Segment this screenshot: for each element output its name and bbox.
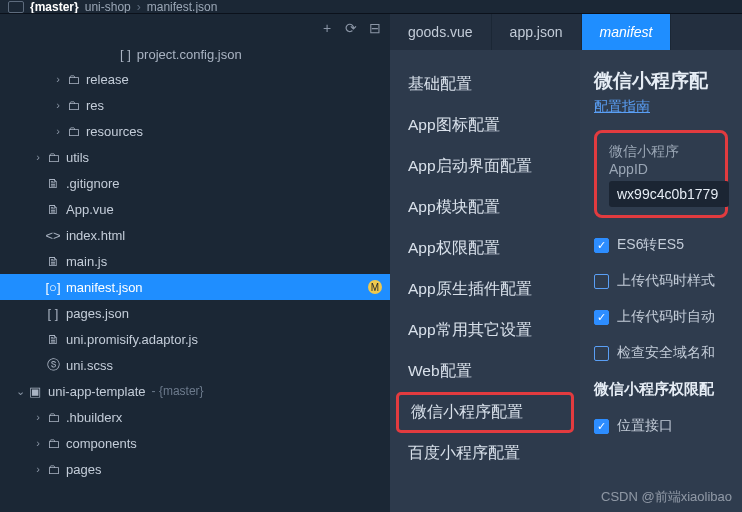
option-es6-to-es5[interactable]: ES6转ES5 [594,236,728,254]
file-tree: ›release ›res ›resources ›utils .gitigno… [0,66,390,512]
config-panel: 微信小程序配 配置指南 微信小程序AppID wx99c4c0b1779 ES6… [580,50,742,512]
file-pages-json[interactable]: [ ]pages.json [0,300,390,326]
file-icon [44,254,62,269]
file-icon [44,332,62,347]
chevron-right-icon: › [52,73,64,85]
checkbox-checked-icon[interactable] [594,310,609,325]
editor-pane: goods.vue app.json manifest 基础配置 App图标配置… [390,14,742,512]
scss-icon: ⓢ [44,356,62,374]
folder-components[interactable]: ›components [0,430,390,456]
file-explorer: + ⟳ ⊟ [ ] project.config.json ›release ›… [0,14,390,512]
chevron-down-icon: ⌄ [14,385,26,398]
checkbox-icon[interactable] [594,346,609,361]
folder-release[interactable]: ›release [0,66,390,92]
nav-weixin-miniprogram[interactable]: 微信小程序配置 [396,392,574,433]
checkbox-icon[interactable] [594,274,609,289]
project-icon: ▣ [26,384,44,399]
nav-app-module[interactable]: App模块配置 [390,187,580,228]
appid-highlight-box: 微信小程序AppID wx99c4c0b1779 [594,130,728,218]
appid-label: 微信小程序AppID [609,143,713,177]
config-side-nav: 基础配置 App图标配置 App启动界面配置 App模块配置 App权限配置 A… [390,50,580,512]
checkbox-checked-icon[interactable] [594,419,609,434]
folder-icon [44,436,62,451]
explorer-breadcrumb[interactable]: [ ] project.config.json [0,42,390,66]
file-main-js[interactable]: main.js [0,248,390,274]
nav-basic-config[interactable]: 基础配置 [390,64,580,105]
file-icon [44,176,62,191]
tab-app-json[interactable]: app.json [492,14,582,50]
chevron-right-icon: › [32,151,44,163]
explorer-toolbar: + ⟳ ⊟ [0,14,390,42]
appid-input[interactable]: wx99c4c0b1779 [609,181,729,207]
file-gitignore[interactable]: .gitignore [0,170,390,196]
folder-utils[interactable]: ›utils [0,144,390,170]
folder-hbuilderx[interactable]: ›.hbuilderx [0,404,390,430]
nav-app-splash[interactable]: App启动界面配置 [390,146,580,187]
option-upload-style[interactable]: 上传代码时样式 [594,272,728,290]
file-promisify-adaptor[interactable]: uni.promisify.adaptor.js [0,326,390,352]
option-auto-upload[interactable]: 上传代码时自动 [594,308,728,326]
file-icon [44,202,62,217]
section-title: 微信小程序配 [594,68,728,94]
breadcrumb-file: project.config.json [137,47,242,62]
chevron-right-icon: › [32,437,44,449]
folder-pages[interactable]: ›pages [0,456,390,482]
branch-indicator: {master} [30,0,79,14]
config-guide-link[interactable]: 配置指南 [594,98,650,116]
folder-res[interactable]: ›res [0,92,390,118]
title-bar: {master} uni-shop › manifest.json [0,0,742,14]
file-app-vue[interactable]: App.vue [0,196,390,222]
editor-tabs: goods.vue app.json manifest [390,14,742,50]
nav-web-config[interactable]: Web配置 [390,351,580,392]
project-name: uni-shop [85,0,131,14]
nav-baidu-miniprogram[interactable]: 百度小程序配置 [390,433,580,474]
chevron-right-icon: › [32,411,44,423]
project-uni-app-template[interactable]: ⌄▣uni-app-template - {master} [0,378,390,404]
modified-badge: M [368,280,382,294]
window-icon [8,1,24,13]
collapse-icon[interactable]: ⊟ [368,21,382,35]
chevron-right-icon: › [32,463,44,475]
refresh-icon[interactable]: ⟳ [344,21,358,35]
brackets-icon: [ ] [120,47,131,62]
nav-app-other[interactable]: App常用其它设置 [390,310,580,351]
breadcrumb-sep-icon: › [137,0,141,14]
checkbox-checked-icon[interactable] [594,238,609,253]
file-index-html[interactable]: <>index.html [0,222,390,248]
chevron-right-icon: › [52,125,64,137]
folder-icon [64,124,82,139]
tab-manifest[interactable]: manifest [582,14,672,50]
folder-icon [64,98,82,113]
json-icon: [ ] [44,306,62,321]
file-uni-scss[interactable]: ⓢuni.scss [0,352,390,378]
git-branch-label: - {master} [152,384,204,398]
folder-icon [44,150,62,165]
html-icon: <> [44,228,62,243]
nav-app-permission[interactable]: App权限配置 [390,228,580,269]
permission-section-title: 微信小程序权限配 [594,380,728,399]
new-file-icon[interactable]: + [320,21,334,35]
tab-goods-vue[interactable]: goods.vue [390,14,492,50]
nav-app-native-plugin[interactable]: App原生插件配置 [390,269,580,310]
chevron-right-icon: › [52,99,64,111]
folder-resources[interactable]: ›resources [0,118,390,144]
active-file-name: manifest.json [147,0,218,14]
nav-app-icon[interactable]: App图标配置 [390,105,580,146]
json-icon: [○] [44,280,62,295]
option-check-domain[interactable]: 检查安全域名和 [594,344,728,362]
file-manifest-json[interactable]: [○]manifest.jsonM [0,274,390,300]
folder-icon [64,72,82,87]
option-location-api[interactable]: 位置接口 [594,417,728,435]
folder-icon [44,410,62,425]
folder-icon [44,462,62,477]
